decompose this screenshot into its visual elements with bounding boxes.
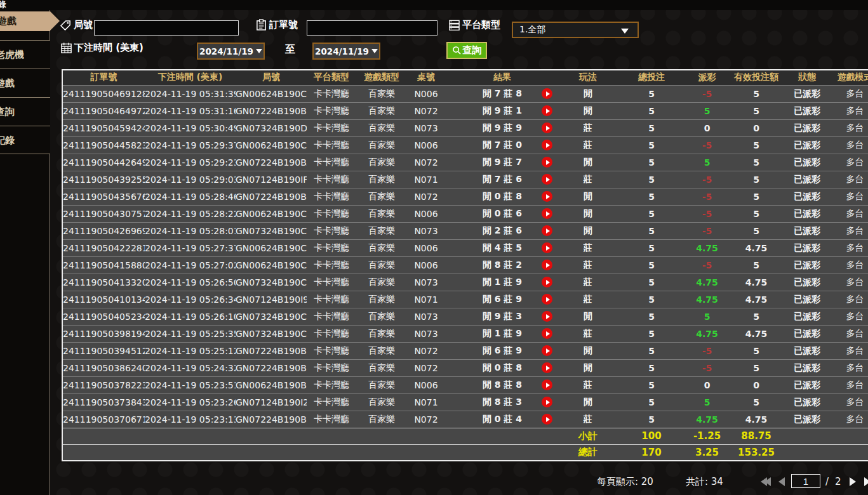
cell-order-number: 241119050386240 — [62, 359, 145, 376]
total-row: 總計 170 3.25 153.25 — [62, 444, 868, 461]
subtotal-payout: -1.25 — [686, 428, 728, 444]
replay-icon[interactable] — [542, 225, 552, 236]
table-row: 241119050430757 2024-11-19 05:28:22 GN00… — [62, 205, 868, 222]
per-page-label: 每頁顯示: 20 — [597, 476, 653, 488]
sidebar-tab-active[interactable]: 遊戲 — [0, 11, 50, 31]
subtotal-label: 小計 — [559, 428, 617, 444]
replay-icon[interactable] — [542, 397, 552, 407]
cell-game-type: 百家樂 — [356, 85, 407, 102]
replay-icon[interactable] — [542, 122, 552, 133]
cell-table-number: N072 — [407, 154, 445, 171]
cell-round-number: GN07124B190I9 — [236, 291, 307, 308]
result-text: 閒 4 莊 5 — [483, 242, 522, 253]
cell-status: 已派彩 — [785, 274, 829, 291]
cell-round-number: GN00624B190C8 — [236, 136, 307, 154]
cell-round-number: GN07324B190CV — [236, 308, 307, 325]
round-number-input[interactable] — [94, 20, 239, 36]
result-text: 閒 6 莊 9 — [483, 345, 522, 355]
replay-icon[interactable] — [542, 88, 552, 99]
replay-icon[interactable] — [542, 140, 552, 150]
cell-total-bet: 5 — [617, 136, 686, 154]
cell-platform-type: 卡卡灣廳 — [307, 239, 356, 256]
cell-platform-type: 卡卡灣廳 — [307, 205, 356, 222]
sidebar-item-records[interactable]: 記錄 — [0, 126, 50, 154]
cell-game-mode: 多台 — [829, 411, 868, 428]
sidebar-item-query[interactable]: 查詢 — [0, 97, 50, 126]
column-header: 結果 — [445, 70, 559, 85]
cell-total-bet: 5 — [617, 171, 686, 188]
sidebar-item-games[interactable]: 遊戲 — [0, 69, 50, 97]
bet-time-label: 下注時間 (美東) — [74, 42, 144, 54]
result-text: 閒 8 莊 8 — [483, 380, 522, 390]
cell-payout: 5 — [686, 393, 728, 411]
result-text: 閒 0 莊 8 — [483, 191, 522, 201]
result-text: 閒 7 莊 6 — [483, 174, 522, 184]
replay-icon[interactable] — [542, 380, 552, 390]
cell-valid-bet: 5 — [728, 136, 785, 154]
replay-icon[interactable] — [542, 208, 552, 219]
replay-icon[interactable] — [542, 191, 552, 202]
page-separator: / — [825, 476, 829, 487]
page-number-input[interactable] — [791, 474, 820, 488]
cell-payout: -5 — [686, 136, 728, 154]
result-text: 閒 9 莊 9 — [483, 122, 522, 133]
replay-icon[interactable] — [542, 174, 552, 185]
filter-bar: 局號 訂單號 平台類型 1.全部 下注時間 (美東) 2024/11/19 至 … — [51, 10, 868, 69]
query-button[interactable]: 查詢 — [446, 42, 487, 59]
last-page-button[interactable] — [864, 477, 868, 486]
cell-play-type: 閒 — [559, 222, 617, 239]
replay-icon[interactable] — [542, 242, 552, 253]
order-number-input[interactable] — [307, 20, 437, 36]
replay-icon[interactable] — [542, 414, 552, 425]
cell-play-type: 閒 — [559, 188, 617, 205]
cell-bet-time: 2024-11-19 05:23:26 — [145, 393, 236, 411]
cell-payout: -5 — [686, 205, 728, 222]
cell-total-bet: 5 — [617, 376, 686, 393]
platform-type-select[interactable]: 1.全部 — [512, 22, 639, 38]
cell-platform-type: 卡卡灣廳 — [307, 119, 356, 136]
cell-total-bet: 5 — [617, 359, 686, 376]
cell-status: 已派彩 — [785, 188, 829, 205]
cell-game-type: 百家樂 — [356, 291, 407, 308]
cell-game-type: 百家樂 — [356, 239, 407, 256]
cell-round-number: GN07224B190B2 — [236, 359, 307, 376]
replay-icon[interactable] — [542, 157, 552, 168]
cell-total-bet: 5 — [617, 85, 686, 102]
chevron-down-icon — [371, 49, 378, 53]
first-page-button[interactable] — [761, 477, 771, 486]
date-to-picker[interactable]: 2024/11/19 — [312, 43, 380, 60]
cell-platform-type: 卡卡灣廳 — [307, 411, 356, 428]
table-row: 241119050445823 2024-11-19 05:29:37 GN00… — [62, 136, 868, 154]
sidebar-item-slots[interactable]: 老虎機 — [0, 40, 50, 69]
replay-icon[interactable] — [542, 328, 552, 339]
cell-game-type: 百家樂 — [356, 274, 407, 291]
cell-play-type: 莊 — [559, 291, 617, 308]
replay-icon[interactable] — [542, 277, 552, 287]
cell-result: 閒 4 莊 5 — [445, 239, 559, 256]
previous-page-button[interactable] — [778, 477, 785, 486]
double-left-arrow-icon — [765, 477, 771, 486]
tag-icon — [60, 20, 72, 32]
next-page-button[interactable] — [850, 477, 856, 486]
table-row: 241119050439255 2024-11-19 05:29:03 GN07… — [62, 171, 868, 188]
replay-icon[interactable] — [542, 294, 552, 305]
cell-payout: -5 — [686, 222, 728, 239]
cell-game-mode: 多台 — [829, 291, 868, 308]
cell-bet-time: 2024-11-19 05:29:37 — [145, 136, 236, 154]
date-from-picker[interactable]: 2024/11/19 — [197, 43, 265, 60]
replay-icon[interactable] — [542, 362, 552, 373]
replay-icon[interactable] — [542, 345, 552, 356]
replay-icon[interactable] — [542, 260, 552, 270]
cell-order-number: 241119050394512 — [62, 342, 145, 359]
cell-payout: -5 — [686, 188, 728, 205]
cell-round-number: GN07124B190I2 — [236, 393, 307, 411]
replay-icon[interactable] — [542, 105, 552, 116]
column-header: 遊戲類型 — [356, 70, 407, 85]
replay-icon[interactable] — [542, 311, 552, 322]
result-text: 閒 6 莊 9 — [483, 294, 522, 304]
cell-result: 閒 9 莊 1 — [445, 102, 559, 119]
table-row: 241119050422281 2024-11-19 05:27:37 GN00… — [62, 239, 868, 256]
cell-valid-bet: 5 — [728, 102, 785, 119]
cell-total-bet: 5 — [617, 274, 686, 291]
cell-play-type: 莊 — [559, 256, 617, 274]
